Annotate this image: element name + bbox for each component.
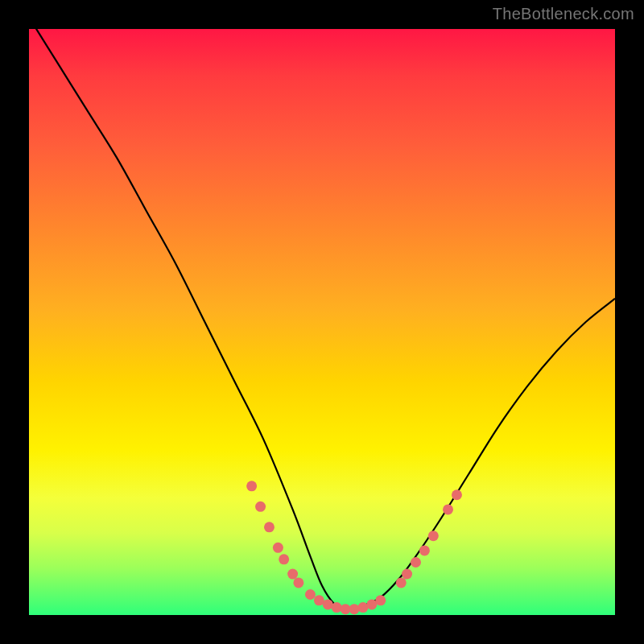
plot-area	[29, 29, 615, 615]
curve-marker	[287, 569, 298, 580]
watermark-text: TheBottleneck.com	[493, 5, 634, 23]
chart-frame: TheBottleneck.com	[0, 0, 644, 644]
curve-marker	[452, 489, 462, 500]
curve-marker	[305, 589, 316, 600]
curve-marker	[273, 543, 283, 553]
curve-marker	[279, 554, 289, 564]
curve-marker	[419, 545, 430, 555]
curve-marker	[375, 595, 386, 605]
curve-marker	[428, 530, 439, 541]
curve-marker	[264, 522, 275, 532]
curve-svg	[29, 29, 615, 615]
curve-marker	[402, 569, 412, 580]
curve-marker	[411, 557, 421, 568]
curve-marker	[396, 577, 407, 588]
curve-markers	[246, 481, 462, 614]
curve-marker	[246, 481, 257, 491]
curve-marker	[293, 577, 303, 588]
curve-marker	[349, 604, 360, 614]
curve-marker	[255, 502, 266, 512]
bottleneck-curve	[29, 17, 615, 609]
curve-marker	[332, 602, 342, 613]
curve-marker	[443, 504, 453, 514]
